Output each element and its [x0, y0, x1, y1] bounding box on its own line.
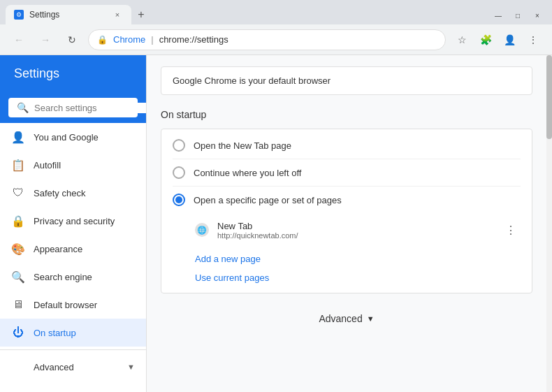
sidebar-item-safety-check[interactable]: 🛡 Safety check: [0, 179, 146, 207]
sidebar-item-default-browser[interactable]: 🖥 Default browser: [0, 291, 146, 319]
advanced-chevron-icon: ▼: [127, 363, 135, 371]
close-button[interactable]: ×: [528, 9, 546, 22]
extensions-label: Extensions: [34, 390, 78, 393]
advanced-label: Advanced: [34, 362, 74, 372]
tab-area: Settings × +: [6, 5, 489, 24]
search-input[interactable]: [34, 103, 147, 113]
extensions-icon: 🧩: [480, 34, 492, 45]
radio-circle-1: [173, 139, 185, 152]
chrome-menu-icon: ⋮: [528, 34, 538, 45]
add-new-page-link[interactable]: Add a new page: [195, 251, 521, 267]
radio-label-1: Open the New Tab page: [194, 140, 291, 151]
browser-icon: 🖥: [11, 298, 25, 312]
title-bar: Settings × + — □ ×: [0, 0, 552, 24]
search-icon: 🔍: [17, 102, 29, 113]
sidebar-divider: [0, 349, 146, 350]
privacy-icon: 🔒: [11, 214, 25, 228]
search-bar[interactable]: 🔍: [8, 98, 138, 117]
advanced-dropdown-button[interactable]: Advanced ▼: [307, 307, 385, 330]
ext-icon: [11, 388, 25, 392]
main-layout: Settings 🔍 👤 You and Google 📋 Autofill 🛡…: [0, 55, 552, 392]
scrollbar-thumb[interactable]: [546, 55, 552, 139]
sidebar-item-extensions[interactable]: Extensions ↗: [0, 381, 146, 392]
bottom-advanced-container: Advanced ▼: [161, 307, 532, 341]
sidebar-item-you-and-google[interactable]: 👤 You and Google: [0, 123, 146, 151]
sidebar-label-safety: Safety check: [34, 188, 85, 198]
forward-button[interactable]: →: [35, 29, 56, 50]
nav-right-buttons: ☆ 🧩 👤 ⋮: [451, 29, 544, 50]
page-entry-menu-icon: ⋮: [505, 224, 516, 237]
person-icon: 👤: [11, 130, 25, 144]
appearance-icon: 🎨: [11, 242, 25, 256]
page-entry-info: New Tab http://quicknewtab.com/: [217, 221, 493, 240]
sidebar-label-default-browser: Default browser: [34, 300, 97, 310]
content-inner: Google Chrome is your default browser On…: [147, 55, 552, 352]
address-url: chrome://settings: [159, 34, 228, 45]
back-icon: ←: [14, 34, 24, 45]
radio-label-3: Open a specific page or set of pages: [194, 195, 342, 205]
sidebar-label-search-engine: Search engine: [34, 272, 92, 282]
window-controls: — □ ×: [489, 9, 546, 24]
search-engine-icon: 🔍: [11, 270, 25, 284]
autofill-icon: 📋: [11, 158, 25, 172]
maximize-button[interactable]: □: [509, 9, 527, 22]
page-entry: 🌐 New Tab http://quicknewtab.com/ ⋮: [161, 213, 532, 247]
minimize-button[interactable]: —: [489, 9, 507, 22]
forward-icon: →: [41, 34, 50, 45]
startup-card: Open the New Tab page Continue where you…: [161, 129, 532, 293]
radio-circle-2: [173, 166, 185, 179]
radio-continue[interactable]: Continue where you left off: [161, 159, 532, 186]
content-area: Google Chrome is your default browser On…: [147, 55, 552, 392]
page-entry-name: New Tab: [217, 221, 493, 231]
default-browser-banner: Google Chrome is your default browser: [161, 66, 532, 95]
use-current-pages-link[interactable]: Use current pages: [195, 270, 521, 286]
sidebar-item-advanced[interactable]: Advanced ▼: [0, 353, 146, 381]
sidebar-label-you-google: You and Google: [34, 132, 99, 143]
chrome-menu-button[interactable]: ⋮: [523, 29, 544, 50]
sidebar-item-autofill[interactable]: 📋 Autofill: [0, 151, 146, 179]
settings-tab[interactable]: Settings ×: [6, 5, 131, 24]
startup-links: Add a new page Use current pages: [161, 247, 532, 290]
sidebar-title: Settings: [14, 66, 59, 80]
address-site: Chrome: [113, 34, 145, 45]
sidebar: Settings 🔍 👤 You and Google 📋 Autofill 🛡…: [0, 55, 147, 392]
advanced-button-arrow: ▼: [367, 314, 375, 323]
page-entry-url: http://quicknewtab.com/: [217, 231, 493, 240]
default-browser-text: Google Chrome is your default browser: [173, 75, 331, 86]
account-button[interactable]: 👤: [499, 29, 520, 50]
sidebar-item-search-engine[interactable]: 🔍 Search engine: [0, 263, 146, 291]
new-tab-button[interactable]: +: [131, 5, 151, 24]
account-icon: 👤: [504, 34, 516, 45]
address-separator: |: [151, 34, 153, 45]
star-icon: ☆: [458, 34, 467, 45]
extensions-button[interactable]: 🧩: [475, 29, 496, 50]
radio-circle-3: [173, 194, 185, 206]
on-startup-title: On startup: [161, 109, 532, 120]
radio-label-2: Continue where you left off: [194, 168, 301, 178]
sidebar-label-privacy: Privacy and security: [34, 216, 115, 226]
advanced-button-label: Advanced: [319, 313, 362, 324]
lock-icon: 🔒: [97, 35, 108, 45]
radio-specific-page[interactable]: Open a specific page or set of pages: [161, 187, 532, 213]
startup-icon: ⏻: [11, 326, 25, 340]
safety-icon: 🛡: [11, 186, 25, 200]
star-button[interactable]: ☆: [451, 29, 472, 50]
tab-close-button[interactable]: ×: [112, 9, 123, 20]
tab-label: Settings: [29, 10, 59, 20]
sidebar-item-privacy[interactable]: 🔒 Privacy and security: [0, 207, 146, 235]
advanced-expand-icon: [11, 360, 25, 374]
sidebar-label-autofill: Autofill: [34, 160, 61, 170]
refresh-button[interactable]: ↻: [61, 29, 82, 50]
sidebar-label-on-startup: On startup: [34, 328, 76, 338]
radio-new-tab[interactable]: Open the New Tab page: [161, 132, 532, 159]
back-button[interactable]: ←: [8, 29, 29, 50]
sidebar-item-on-startup[interactable]: ⏻ On startup: [0, 319, 146, 347]
sidebar-label-appearance: Appearance: [34, 244, 82, 254]
page-entry-menu-button[interactable]: ⋮: [501, 220, 521, 240]
sidebar-search-container: 🔍: [0, 92, 146, 123]
scrollbar-track: [546, 55, 552, 392]
sidebar-item-appearance[interactable]: 🎨 Appearance: [0, 235, 146, 263]
address-bar[interactable]: 🔒 Chrome | chrome://settings: [88, 29, 446, 50]
refresh-icon: ↻: [68, 34, 76, 45]
tab-favicon: [14, 10, 24, 20]
